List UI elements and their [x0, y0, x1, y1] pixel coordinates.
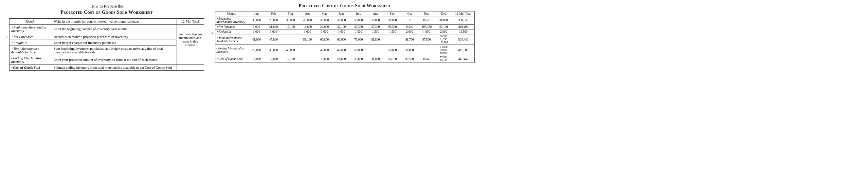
tmafs-nov: 97,500 — [418, 34, 435, 45]
emi-jun: 25,000 — [248, 45, 265, 55]
tmafs-mar — [282, 34, 299, 45]
left-content: How to Prepare the Projected Cost of Goo… — [9, 3, 204, 71]
row-desc-total-merch: Sum beginning inventory, purchases, and … — [52, 45, 177, 55]
row-desc-cogs: Subtract ending inventory from total mer… — [52, 64, 177, 70]
month-jun: Jun — [248, 11, 265, 17]
bmi-feb: 25,000 — [265, 17, 282, 25]
tmafs-may: 60,800 — [316, 34, 333, 45]
np-mar: 17,100 — [282, 25, 299, 29]
row-label-freight: +Freight In — [9, 40, 52, 45]
total-header: 12-Mo. Total — [177, 18, 204, 24]
np-label: +Net Purchase — [215, 25, 248, 29]
row-label-cogs: =Cost of Goods Sold — [9, 64, 52, 70]
np-oct: 9,540 — [401, 25, 418, 29]
fi-july: 1,500 — [350, 29, 367, 34]
cogs-aug: 31,800 — [367, 55, 384, 63]
month-desc-header: Write in the months for your projected t… — [52, 18, 177, 24]
bmi-sept: 30,000 — [384, 17, 401, 25]
month-header: Month: — [9, 18, 52, 24]
fi-sept: 1,500 — [384, 29, 401, 34]
table-row: +Freight In 1,000 1,000 1,000 1,000 1,00… — [215, 29, 474, 34]
month-july: July — [350, 11, 367, 17]
cogs-jun: 16,000 — [248, 55, 265, 63]
fi-june: 1,000 — [333, 29, 350, 34]
left-title-line2: Projected Cost of Goods Sold Worksheet — [9, 9, 204, 16]
month-oct: Oct — [401, 11, 418, 17]
np-nov: 107,360 — [418, 25, 435, 29]
emi-total: 417,000 — [452, 45, 474, 55]
cogs-july: 23,600 — [350, 55, 367, 63]
tmafs-total: 864,440 — [452, 34, 474, 45]
np-july: 30,300 — [350, 25, 367, 29]
tmafs-label: =Total Merchandise Available for Sale — [215, 34, 248, 45]
total-header-text: 12-Mo. Total — [181, 20, 199, 23]
fi-oct: 2,000 — [401, 29, 418, 34]
tmafs-jun: 41,000 — [248, 34, 265, 45]
emi-apr — [299, 45, 316, 55]
np-aug: 37,200 — [367, 25, 384, 29]
tmafs-oct: 88,700 — [401, 34, 418, 45]
emi-aug — [367, 45, 384, 55]
row-desc-ending-inventory: Enter your projected amount of inventory… — [52, 55, 177, 64]
fi-aug: 1,500 — [367, 29, 384, 34]
month-feb: Feb — [265, 11, 282, 17]
fi-label: +Freight In — [215, 29, 248, 34]
month-label-header: Month: — [215, 11, 248, 17]
row-label-ending-inventory: - Ending Merchandise Inventory — [9, 55, 52, 64]
row-desc-merch-inventory: Enter the beginning balance of inventory… — [52, 24, 177, 34]
bmi-apr: 40,000 — [299, 17, 316, 25]
row-label-total-merch: =Total Merchandise Available for Sale — [9, 45, 52, 55]
bmi-label: +Beginning Merchandise Inventory — [215, 17, 248, 25]
tmafs-apr: 53,100 — [299, 34, 316, 45]
np-feb: 21,800 — [265, 25, 282, 29]
sum-text-cell: Sum your twelve-month totals and enter i… — [177, 24, 204, 55]
month-aug: Aug — [367, 11, 384, 17]
cogs-total — [177, 64, 204, 70]
tmafs-dec: 10,540 11,790 125,100 — [435, 34, 452, 45]
fi-may: 1,000 — [316, 29, 333, 34]
cogs-nov: 8,540 — [418, 55, 435, 63]
fi-jun: 1,000 — [248, 29, 265, 34]
row-desc-freight: Enter freight charges for inventory purc… — [52, 40, 177, 45]
emi-label: - Ending Merchandise Inventory — [215, 45, 248, 55]
table-row: +Beginning Merchandise Inventory 35,000 … — [215, 17, 474, 25]
tmafs-sept — [384, 34, 401, 45]
fi-nov: 1,000 — [418, 29, 435, 34]
table-row: +Net Purchases Record each month's proje… — [9, 34, 204, 40]
bmi-july: 50,000 — [350, 17, 367, 25]
month-may: May — [316, 11, 333, 17]
emi-july: 50,000 — [350, 45, 367, 55]
tmafs-july: 73,600 — [350, 34, 367, 45]
fi-dec: 2,000 — [435, 29, 452, 34]
right-data-table: Month: Jun Feb Mar Apr May June July Aug… — [215, 11, 474, 63]
month-dec: Dec — [435, 11, 452, 17]
bmi-oct: 0 — [401, 17, 418, 25]
ending-inventory-total — [177, 55, 204, 64]
left-title: How to Prepare the Projected Cost of Goo… — [9, 3, 204, 16]
cogs-may: 15,800 — [316, 55, 333, 63]
bmi-nov: 8,540 — [418, 17, 435, 25]
np-jun: 5,000 — [248, 25, 265, 29]
bmi-may: 45,000 — [316, 17, 333, 25]
np-sept: 65,500 — [384, 25, 401, 29]
total-header-col: 12-Mo. Total — [452, 11, 474, 17]
emi-feb: 35,000 — [265, 45, 282, 55]
bmi-dec: 40,000 — [435, 17, 452, 25]
cogs-dec: 77,900 65,100 — [435, 55, 452, 63]
cogs-oct: 97,500 — [401, 55, 418, 63]
month-june: June — [333, 11, 350, 17]
cogs-mar: 13,100 — [282, 55, 299, 63]
left-section: 3 How to Prepare the Projected Cost of G… — [5, 3, 204, 71]
table-row: - Ending Merchandise Inventory 25,000 35… — [215, 45, 474, 55]
np-apr: 19,800 — [299, 25, 316, 29]
bmi-jun: 35,000 — [248, 17, 265, 25]
left-page-number: 3 — [5, 36, 8, 38]
cogs-apr — [299, 55, 316, 63]
bmi-aug: 50,000 — [367, 17, 384, 25]
emi-june: 40,000 — [333, 45, 350, 55]
bmi-mar: 35,000 — [282, 17, 299, 25]
emi-dec: 0 2,000 40,000 60,000 — [435, 45, 452, 55]
left-title-line1: How to Prepare the — [9, 3, 204, 9]
table-row: =Total Merchandise Available for Sale 41… — [215, 34, 474, 45]
row-label-net-purchases: +Net Purchases — [9, 34, 52, 40]
